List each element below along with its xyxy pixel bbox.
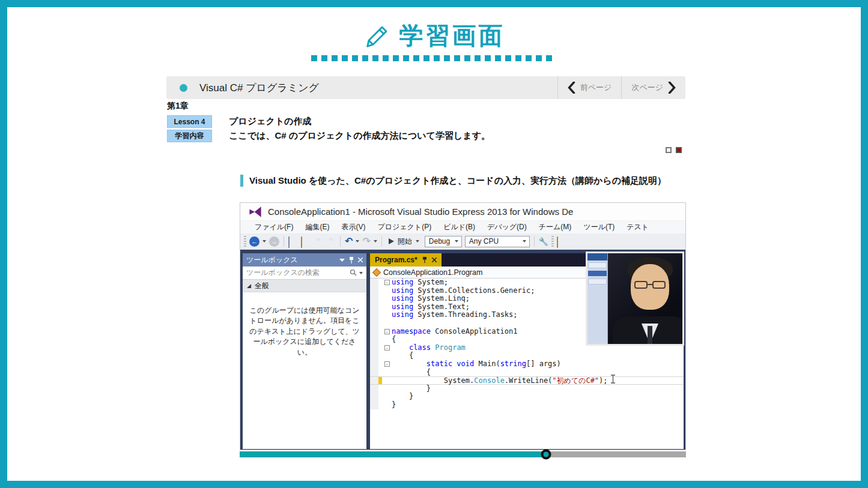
close-icon[interactable] (432, 258, 437, 262)
toolbox-header: ツールボックス (243, 253, 366, 267)
section-accent-bar (240, 175, 243, 187)
toolbar-grip-icon (244, 236, 246, 247)
lesson-title: プロジェクトの作成 (229, 116, 649, 127)
undo-dropdown-icon[interactable] (356, 240, 359, 242)
menu-item-2[interactable]: 表示(V) (335, 222, 371, 232)
menu-item-8[interactable]: テスト (621, 222, 655, 232)
toolbox-title: ツールボックス (246, 255, 339, 265)
tab-program-cs[interactable]: Program.cs* (370, 253, 442, 267)
progress-fill (240, 451, 546, 457)
prev-page-button[interactable]: 前ページ (557, 76, 622, 99)
lesson-badge: Lesson 4 (167, 115, 212, 128)
menu-item-4[interactable]: ビルド(B) (437, 222, 481, 232)
progress-knob[interactable] (541, 450, 551, 460)
next-page-label: 次ページ (631, 82, 663, 93)
code-line: System.Console.WriteLine("初めてのC#"); (370, 376, 684, 385)
toolbox-empty-message: このグループには使用可能なコントロールがありません。項目をこのテキスト上にドラッ… (243, 292, 366, 358)
instructor-tie (648, 326, 652, 344)
configuration-value: Debug (429, 237, 450, 246)
menu-item-5[interactable]: デバッグ(D) (481, 222, 533, 232)
menu-item-6[interactable]: チーム(M) (533, 222, 578, 232)
menu-item-1[interactable]: 編集(E) (299, 222, 335, 232)
page-title-block: 学習画面 (7, 19, 861, 52)
class-icon (372, 268, 381, 276)
save-icon[interactable] (314, 237, 323, 246)
pin-icon[interactable] (349, 257, 354, 264)
redo-dropdown-icon[interactable] (374, 240, 377, 242)
platform-combo[interactable]: Any CPU (465, 236, 530, 247)
undo-icon[interactable]: ↶ (345, 236, 353, 246)
chevron-left-icon (568, 82, 575, 94)
expander-icon: ◢ (247, 283, 251, 289)
search-options-icon[interactable] (359, 272, 363, 274)
content-badge: 学習内容 (167, 130, 212, 142)
menu-item-3[interactable]: プロジェクト(P) (371, 222, 437, 232)
code-line: { (370, 352, 684, 360)
find-in-files-icon[interactable]: 🔧 (539, 237, 548, 246)
platform-value: Any CPU (469, 237, 499, 246)
visual-studio-logo-icon (249, 205, 268, 218)
toolbox-panel: ツールボックス ツールボックスの検索 (243, 253, 366, 449)
start-dropdown-icon (416, 240, 419, 242)
solution-folder-icon[interactable] (557, 237, 566, 246)
close-icon[interactable] (358, 258, 363, 262)
vs-titlebar: ConsoleApplication1 - Microsoft Visual S… (240, 203, 685, 221)
menu-item-0[interactable]: ファイル(F) (249, 222, 299, 232)
window-position-icon[interactable] (339, 258, 345, 262)
start-debug-button[interactable]: 開始 (386, 235, 422, 248)
fold-toggle-icon[interactable]: - (384, 361, 390, 367)
chapter-label: 第1章 (167, 101, 189, 112)
toolbar-grip-icon (551, 236, 554, 247)
menu-item-7[interactable]: ツール(T) (577, 222, 621, 232)
lesson-video[interactable]: ConsoleApplication1 - Microsoft Visual S… (240, 202, 686, 450)
fold-toggle-icon[interactable]: - (384, 329, 390, 334)
instructor-portrait (608, 253, 682, 344)
page-square-inactive[interactable] (666, 147, 672, 153)
toolbox-search-input[interactable]: ツールボックスの検索 (243, 267, 366, 280)
tab-label: Program.cs* (375, 256, 417, 264)
pager: 前ページ 次ページ (557, 76, 685, 99)
vs-side-panel-sliver (587, 253, 608, 344)
learning-screen: 学習画面 Visual C# プログラミング 前ページ 次ページ 第1章 Les… (0, 0, 868, 488)
navigation-dropdown-value: ConsoleApplication1.Program (383, 268, 482, 277)
page-title: 学習画面 (399, 19, 505, 52)
section-heading-text: Visual Studio を使った、C#のプロジェクト作成と、コードの入力、実… (249, 175, 666, 187)
course-header-bar: Visual C# プログラミング 前ページ 次ページ (166, 76, 685, 99)
vs-window-title: ConsoleApplication1 - Microsoft Visual S… (268, 206, 573, 217)
chevron-right-icon (668, 82, 676, 94)
video-progress-bar[interactable] (240, 451, 686, 457)
fold-toggle-icon[interactable]: - (384, 280, 390, 285)
glasses-icon (634, 281, 666, 289)
pin-icon[interactable] (422, 257, 427, 263)
vs-menubar: ファイル(F)編集(E)表示(V)プロジェクト(P)ビルド(B)デバッグ(D)チ… (240, 221, 685, 233)
code-line: } (370, 385, 684, 393)
navigate-forward-icon[interactable]: → (269, 236, 279, 247)
code-line: } (370, 401, 684, 409)
page-square-active[interactable] (676, 147, 682, 153)
section-heading: Visual Studio を使った、C#のプロジェクト作成と、コードの入力、実… (240, 175, 666, 187)
instructor-video[interactable] (586, 252, 684, 346)
code-line: } (370, 393, 684, 401)
course-title: Visual C# プログラミング (199, 81, 319, 95)
dotted-underline (311, 55, 556, 61)
code-line: - static void Main(string[] args) (370, 360, 684, 369)
bullet-dot-icon (180, 84, 187, 92)
text-cursor-icon (610, 375, 616, 384)
configuration-combo[interactable]: Debug (425, 236, 462, 247)
next-page-button[interactable]: 次ページ (621, 76, 685, 99)
search-icon (350, 268, 357, 279)
vs-main-area: ツールボックス ツールボックスの検索 (240, 250, 685, 450)
back-dropdown-icon[interactable] (263, 240, 266, 242)
page-indicator (666, 147, 682, 153)
pencil-icon (363, 22, 391, 50)
save-all-icon[interactable] (326, 237, 336, 246)
open-file-icon[interactable] (301, 237, 311, 246)
content-text: ここでは、C# のプロジェクトの作成方法について学習します。 (229, 130, 649, 142)
prev-page-label: 前ページ (580, 82, 612, 93)
navigate-back-icon[interactable]: ← (249, 236, 259, 247)
play-icon (389, 238, 394, 244)
redo-icon[interactable]: ↷ (362, 236, 370, 246)
fold-toggle-icon[interactable]: - (384, 345, 390, 351)
toolbox-section-general[interactable]: ◢ 全般 (243, 280, 366, 292)
new-file-icon[interactable] (288, 237, 298, 246)
